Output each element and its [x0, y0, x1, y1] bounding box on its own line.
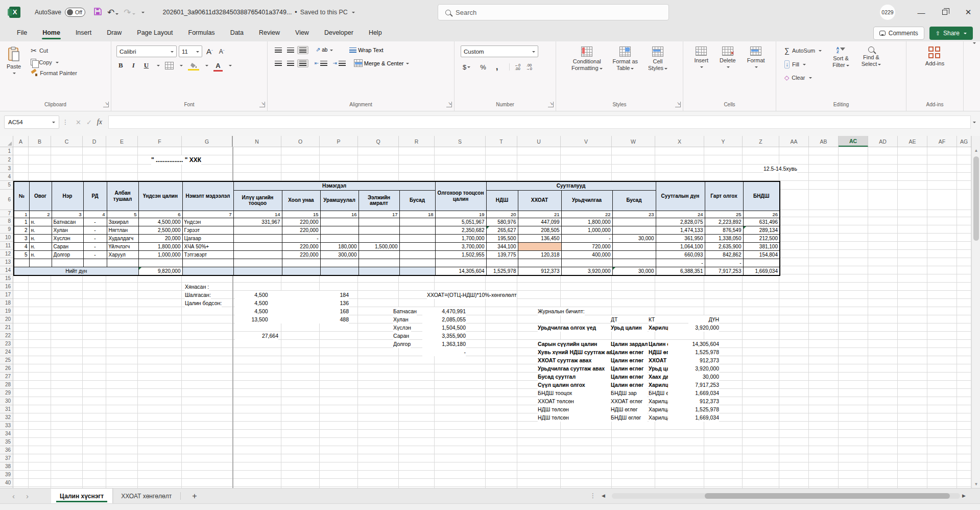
table-header[interactable]: Албан тушаал [107, 181, 138, 211]
row-header-25[interactable]: 25 [0, 356, 13, 364]
enter-formula-icon[interactable]: ✓ [86, 119, 92, 126]
row-header-35[interactable]: 35 [0, 438, 13, 446]
column-number-cell[interactable]: 4 [83, 211, 107, 218]
underline-button[interactable]: U [142, 61, 151, 70]
table-cell[interactable] [233, 259, 282, 267]
undo-button[interactable]: ↶ [107, 7, 118, 18]
ribbon-tab-page-layout[interactable]: Page Layout [130, 26, 179, 40]
paste-button[interactable]: Paste [3, 44, 25, 101]
table-header[interactable]: БНДШ [743, 181, 780, 211]
table-cell[interactable]: - [656, 259, 705, 267]
column-header-Y[interactable]: Y [704, 136, 743, 147]
table-cell[interactable]: ХЧА 50%+ [182, 242, 233, 250]
column-header-Q[interactable]: Q [358, 136, 399, 147]
middle-align-button[interactable] [285, 46, 296, 54]
column-header-N[interactable]: N [233, 136, 281, 147]
table-cell[interactable] [107, 259, 138, 267]
table-header[interactable]: Суутгалын дүн [656, 181, 705, 211]
column-header-AC[interactable]: AC [839, 136, 868, 147]
column-number-cell[interactable]: 14 [233, 211, 282, 218]
row-header-12[interactable]: 12 [0, 250, 13, 258]
row-header-2[interactable]: 2 [0, 155, 13, 165]
journal-amount-cell[interactable]: 1,525,978 [668, 405, 719, 413]
row-header-10[interactable]: 10 [0, 234, 13, 242]
redo-button[interactable]: ↷ [124, 7, 135, 18]
total-cell[interactable] [399, 267, 435, 275]
cancel-formula-icon[interactable]: ✕ [76, 119, 81, 126]
table-cell[interactable] [320, 218, 358, 226]
table-cell[interactable] [518, 259, 561, 267]
align-left-button[interactable] [273, 59, 284, 67]
ribbon-tab-file[interactable]: File [10, 26, 34, 40]
table-cell[interactable]: 1,800,000 [561, 218, 612, 226]
column-number-cell[interactable]: 16 [320, 211, 358, 218]
employee-name-cell[interactable]: Хулан [393, 315, 409, 323]
company-title-cell[interactable]: " ................ " ХХК [151, 155, 201, 165]
ribbon-tab-review[interactable]: Review [252, 26, 286, 40]
column-header-AE[interactable]: AE [898, 136, 927, 147]
table-cell[interactable]: н. [29, 218, 52, 226]
row-header-18[interactable]: 18 [0, 299, 13, 307]
table-cell[interactable]: Захирал [107, 218, 138, 226]
autosum-button[interactable]: ∑AutoSum [782, 45, 824, 56]
table-cell[interactable]: 212,500 [743, 234, 780, 242]
check-label-cell[interactable]: Цалин бодсон: [185, 299, 222, 307]
journal-sum-header-cell[interactable]: ДҮН [688, 315, 719, 323]
table-cell[interactable]: - [83, 226, 107, 234]
employee-amount-cell[interactable]: 4,470,991 [422, 307, 466, 315]
total-cell[interactable]: 30,000 [612, 267, 656, 275]
xxoat-formula-cell[interactable]: ХХОАТ=(ОТЦ-НДШ)*10%-хөнгөлөлт [427, 291, 517, 299]
cell-styles-button[interactable]: CellStyles [644, 44, 671, 101]
row-header-16[interactable]: 16 [0, 283, 13, 291]
font-dialog-launcher-icon[interactable]: ↘ [259, 102, 265, 107]
column-header-AG[interactable]: AG [957, 136, 971, 147]
decrease-indent-button[interactable]: ⇤ [313, 59, 329, 67]
table-cell[interactable]: Харуул [107, 250, 138, 259]
collapse-ribbon-chevron-icon[interactable] [973, 42, 976, 45]
row-header-20[interactable]: 20 [0, 315, 13, 323]
journal-dt-cell[interactable]: Урьд цалин [611, 323, 648, 332]
table-cell[interactable] [233, 234, 282, 242]
format-painter-button[interactable]: Format Painter [29, 68, 79, 77]
customize-qat-chevron-icon[interactable] [141, 12, 145, 15]
table-cell[interactable]: н. [29, 234, 52, 242]
table-cell[interactable] [320, 234, 358, 242]
column-header-A[interactable]: A [13, 136, 29, 147]
row-header-19[interactable]: 19 [0, 307, 13, 315]
row-header-14[interactable]: 14 [0, 266, 13, 274]
table-cell[interactable] [612, 259, 656, 267]
employee-amount-cell[interactable]: 1,363,180 [422, 340, 466, 348]
column-number-cell[interactable]: 20 [486, 211, 518, 218]
table-cell[interactable]: Нягтлан [107, 226, 138, 234]
journal-title-cell[interactable]: Журналын бичилт: [538, 307, 585, 315]
column-number-cell[interactable]: 22 [561, 211, 612, 218]
table-cell[interactable]: 1 [14, 218, 29, 226]
clipboard-dialog-launcher-icon[interactable]: ↘ [103, 102, 109, 107]
table-cell[interactable] [358, 234, 399, 242]
table-header[interactable]: Үндсэн цалин [138, 181, 182, 211]
table-cell[interactable]: 720,000 [561, 242, 612, 250]
table-cell[interactable]: Саран [52, 242, 83, 250]
row-header-21[interactable]: 21 [0, 323, 13, 332]
journal-amount-cell[interactable]: 30,000 [668, 373, 719, 381]
journal-dt-cell[interactable]: Цалин өглөг [611, 373, 648, 381]
scroll-right-arrow-icon[interactable]: ▶ [962, 493, 966, 498]
align-right-button[interactable] [297, 59, 308, 67]
table-cell[interactable]: 580,976 [486, 218, 518, 226]
table-cell[interactable] [435, 259, 486, 267]
table-cell[interactable]: 220,000 [282, 218, 320, 226]
journal-amount-cell[interactable]: 3,920,000 [668, 323, 719, 332]
table-cell[interactable]: Цагаар [182, 234, 233, 242]
font-color-button[interactable]: A [213, 61, 222, 70]
table-cell[interactable]: 3,700,000 [435, 242, 486, 250]
table-cell[interactable] [182, 259, 233, 267]
sort-filter-button[interactable]: AZ Sort &Filter [829, 44, 852, 101]
row-header-39[interactable]: 39 [0, 471, 13, 479]
column-header-B[interactable]: B [29, 136, 51, 147]
column-header-Z[interactable]: Z [743, 136, 779, 147]
total-cell[interactable]: 6,388,351 [656, 267, 705, 275]
column-number-cell[interactable]: 3 [52, 211, 83, 218]
table-cell[interactable] [612, 250, 656, 259]
table-cell[interactable]: - [282, 234, 320, 242]
merge-center-button[interactable]: Merge & Center [352, 58, 412, 68]
